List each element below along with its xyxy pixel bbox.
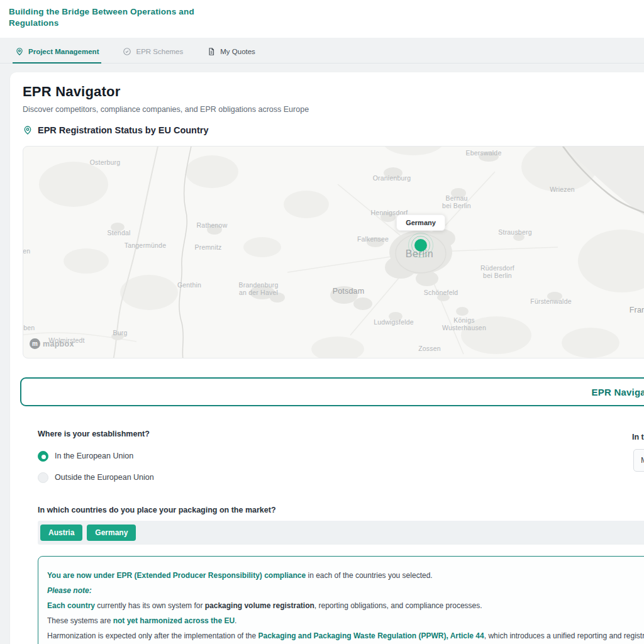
map-place-label: Burg bbox=[113, 329, 128, 336]
marker-core bbox=[414, 239, 427, 252]
map-place-label: Stendal bbox=[107, 229, 130, 236]
establishment-question-label: Where is your establishment? bbox=[38, 430, 150, 438]
compliance-info-box: You are now under EPR (Extended Producer… bbox=[38, 556, 644, 644]
tab-bar: Project Management EPR Schemes My Quotes bbox=[0, 38, 644, 64]
location-pin-icon bbox=[15, 47, 24, 56]
tab-label: Project Management bbox=[28, 48, 99, 55]
info-line: These systems are not yet harmonized acr… bbox=[47, 617, 644, 625]
map-place-label: rdelegen bbox=[23, 247, 30, 255]
map-marker-tooltip: Germany bbox=[396, 214, 445, 231]
location-pin-icon bbox=[23, 125, 33, 135]
mapbox-icon: m bbox=[30, 338, 40, 349]
map-place-label: Fürstenwalde bbox=[530, 297, 571, 305]
info-line: You are now under EPR (Extended Producer… bbox=[47, 572, 644, 580]
top-header: Building the Bridge Between Operations a… bbox=[0, 0, 644, 38]
radio-option[interactable]: In the European Union bbox=[38, 448, 154, 464]
info-line: Harmonization is expected only after the… bbox=[47, 632, 644, 640]
map-place-label: Premnitz bbox=[194, 243, 221, 251]
country-tags[interactable]: AustriaGermany bbox=[38, 521, 644, 545]
map-place-label: Fran bbox=[630, 306, 644, 314]
map-place-label: Rathenow bbox=[197, 221, 228, 229]
radio-option[interactable]: Outside the European Union bbox=[38, 470, 154, 485]
map-place-label: Rüdersdorf bei Berlin bbox=[480, 264, 514, 279]
info-line: Please note: bbox=[47, 587, 644, 595]
establishment-options: In the European UnionOutside the Europea… bbox=[38, 448, 154, 491]
map-container[interactable]: OsterburgrdelegenStendalTangermündePremn… bbox=[23, 146, 644, 358]
mapbox-wordmark: mapbox bbox=[43, 340, 74, 348]
map-place-label: Bernau bei Berlin bbox=[442, 194, 471, 209]
radio-option-label: In the European Union bbox=[55, 452, 133, 460]
section-heading-label: EPR Registration Status by EU Country bbox=[38, 125, 209, 135]
map-place-label: Tangermünde bbox=[125, 242, 166, 249]
map-place-label: ldensleben bbox=[23, 324, 35, 331]
map-place-label: Zossen bbox=[418, 345, 441, 352]
radio-unselected-icon[interactable] bbox=[38, 472, 48, 483]
info-line: Each country currently has its own syste… bbox=[47, 602, 644, 610]
map-place-label: Osterburg bbox=[90, 158, 121, 166]
page-subtitle: Discover competitors, compliance compani… bbox=[23, 105, 309, 114]
epr-navigator-banner[interactable]: EPR Navigator bbox=[20, 377, 644, 406]
info-box-content: You are now under EPR (Extended Producer… bbox=[47, 572, 644, 640]
map-place-label: Potsdam bbox=[333, 287, 365, 295]
country-tag[interactable]: Austria bbox=[40, 525, 82, 541]
tab-project-management[interactable]: Project Management bbox=[13, 47, 101, 64]
map-place-label: Eberswalde bbox=[466, 149, 502, 157]
map-place-label: Strausberg bbox=[498, 228, 531, 236]
document-icon bbox=[207, 47, 216, 56]
right-column-input-value: M bbox=[641, 456, 644, 465]
map-place-label: Wriezen bbox=[550, 186, 575, 193]
map-place-label: Oranienburg bbox=[373, 174, 411, 182]
right-column-label: In t bbox=[632, 433, 644, 441]
mapbox-attribution[interactable]: m mapbox bbox=[30, 338, 74, 349]
map-section-heading: EPR Registration Status by EU Country bbox=[23, 125, 209, 135]
country-tag[interactable]: Germany bbox=[87, 525, 136, 541]
banner-label: EPR Navigator bbox=[592, 387, 644, 397]
map-labels: OsterburgrdelegenStendalTangermündePremn… bbox=[23, 147, 644, 358]
main-card: EPR Navigator Discover competitors, comp… bbox=[10, 72, 644, 644]
page-title: EPR Navigator bbox=[23, 84, 120, 100]
map-place-label: Genthin bbox=[177, 281, 201, 289]
brand-title: Building the Bridge Between Operations a… bbox=[9, 6, 204, 29]
map-place-label: Ludwigsfelde bbox=[374, 318, 414, 326]
map-place-label: Schönefeld bbox=[424, 289, 458, 296]
tab-my-quotes[interactable]: My Quotes bbox=[204, 47, 258, 64]
tab-label: EPR Schemes bbox=[136, 48, 183, 55]
right-column-input[interactable]: M bbox=[633, 449, 644, 472]
tab-epr-schemes[interactable]: EPR Schemes bbox=[120, 47, 186, 64]
map-place-label: Falkensee bbox=[357, 235, 389, 243]
packaging-question-label: In which countries do you place your pac… bbox=[38, 506, 276, 514]
map-place-label: Brandenburg an der Havel bbox=[239, 281, 279, 296]
radio-option-label: Outside the European Union bbox=[55, 473, 154, 482]
shield-check-icon bbox=[123, 47, 131, 56]
tab-label: My Quotes bbox=[220, 48, 255, 55]
radio-selected-icon[interactable] bbox=[38, 451, 48, 462]
map-place-label: Königs Wusterhausen bbox=[442, 316, 486, 331]
